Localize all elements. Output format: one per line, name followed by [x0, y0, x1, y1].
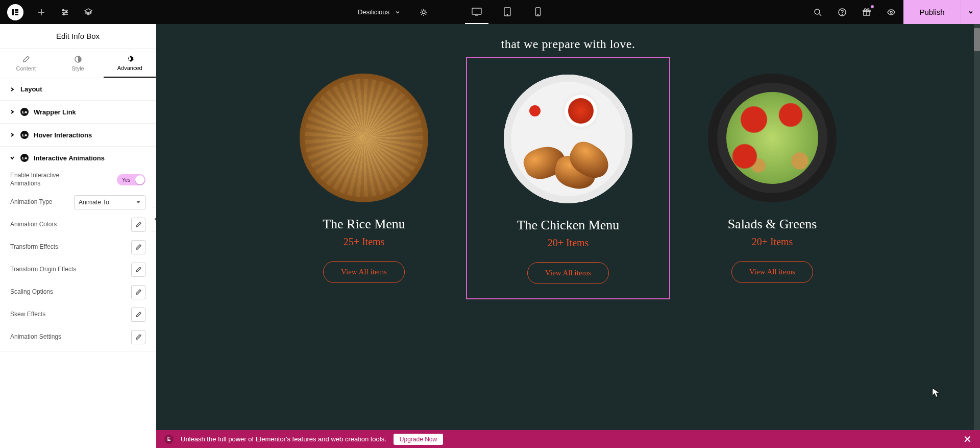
topbar-center: Desilicious — [100, 0, 805, 24]
caret-right-icon — [10, 87, 15, 91]
svg-point-15 — [842, 14, 843, 14]
section-layout-head[interactable]: Layout — [0, 78, 156, 100]
elementor-badge-icon: E — [164, 435, 174, 444]
section-wrapper: EA Wrapper Link — [0, 101, 156, 124]
svg-point-4 — [63, 9, 64, 11]
tab-content[interactable]: Content — [0, 49, 52, 78]
publish-button[interactable]: Publish — [903, 0, 961, 24]
svg-point-6 — [63, 13, 65, 15]
plate-rice-image — [300, 74, 428, 202]
canvas-scrollbar[interactable] — [974, 24, 980, 430]
animation-type-row: Animation Type Animate To — [10, 194, 145, 211]
sidebar-scroll[interactable]: Layout EA Wrapper Link EA Hover Interact… — [0, 78, 156, 448]
publish-options-button[interactable] — [961, 0, 980, 24]
section-animations-label: Interactive Animations — [34, 154, 105, 162]
upgrade-button[interactable]: Upgrade Now — [394, 434, 443, 445]
hero-subtitle: that we prepare with love. — [156, 24, 980, 53]
device-switcher — [465, 0, 550, 24]
section-hover-head[interactable]: EA Hover Interactions — [0, 124, 156, 146]
banner-text: Unleash the full power of Elementor's fe… — [181, 435, 386, 443]
card-title: The Chicken Menu — [477, 218, 659, 233]
tab-content-label: Content — [16, 65, 36, 72]
device-desktop[interactable] — [465, 0, 488, 24]
topbar: Desilicious Publish — [0, 0, 980, 24]
view-all-button[interactable]: View All items — [527, 262, 609, 284]
animation-type-value: Animate To — [79, 199, 109, 206]
card-rice[interactable]: The Rice Menu 25+ Items View All items — [262, 57, 466, 299]
transform-origin-label: Transform Origin Effects — [10, 266, 76, 274]
card-chicken[interactable]: The Chicken Menu 20+ Items View All item… — [466, 57, 670, 299]
svg-rect-3 — [15, 14, 18, 15]
close-icon[interactable]: ✕ — [963, 433, 972, 445]
transform-effects-edit[interactable] — [131, 240, 145, 254]
ea-badge-icon: EA — [20, 108, 29, 116]
svg-point-12 — [537, 14, 538, 15]
layers-icon[interactable] — [77, 0, 100, 24]
elementor-logo[interactable] — [7, 4, 23, 20]
svg-rect-8 — [472, 8, 481, 14]
transform-origin-edit[interactable] — [131, 263, 145, 277]
section-animations: EA Interactive Animations Enable Interac… — [0, 147, 156, 351]
sidebar-tabs: Content Style Advanced — [0, 49, 156, 78]
section-wrapper-head[interactable]: EA Wrapper Link — [0, 101, 156, 123]
card-items: 20+ Items — [477, 237, 659, 249]
settings-sliders-icon[interactable] — [53, 0, 77, 24]
animation-colors-label: Animation Colors — [10, 221, 57, 229]
card-salad[interactable]: Salads & Greens 20+ Items View All items — [670, 57, 874, 299]
transform-effects-label: Transform Effects — [10, 243, 58, 251]
plus-icon[interactable] — [30, 0, 53, 24]
search-icon[interactable] — [805, 0, 830, 24]
tab-advanced[interactable]: Advanced — [104, 49, 156, 78]
mouse-cursor — [932, 388, 940, 398]
transform-effects-row: Transform Effects — [10, 239, 145, 256]
section-hover: EA Hover Interactions — [0, 124, 156, 147]
tab-style[interactable]: Style — [52, 49, 104, 78]
svg-rect-2 — [15, 11, 18, 13]
topbar-right: Publish — [805, 0, 980, 24]
section-wrapper-label: Wrapper Link — [34, 108, 76, 116]
section-hover-label: Hover Interactions — [34, 131, 92, 139]
view-all-button[interactable]: View All items — [731, 261, 813, 283]
preview-icon[interactable] — [879, 0, 903, 24]
animation-settings-edit[interactable] — [131, 330, 145, 344]
svg-point-5 — [66, 11, 67, 13]
section-animations-head[interactable]: EA Interactive Animations — [0, 147, 156, 169]
canvas: that we prepare with love. The Rice Menu… — [156, 24, 980, 448]
animation-colors-row: Animation Colors — [10, 216, 145, 233]
sidebar: Edit Info Box Content Style Advanced Lay… — [0, 24, 156, 448]
animation-settings-label: Animation Settings — [10, 333, 61, 341]
section-layout: Layout — [0, 78, 156, 101]
view-all-button[interactable]: View All items — [323, 261, 405, 283]
tab-advanced-label: Advanced — [117, 65, 142, 71]
animation-colors-edit[interactable] — [131, 218, 145, 232]
site-picker[interactable]: Desilicious — [356, 8, 403, 16]
cards-container: The Rice Menu 25+ Items View All items T… — [156, 53, 980, 310]
device-mobile[interactable] — [526, 0, 550, 24]
page-settings-icon[interactable] — [412, 0, 435, 24]
help-icon[interactable] — [830, 0, 854, 24]
section-animations-body: Enable Interactive Animations Yes Animat… — [0, 169, 156, 351]
enable-animations-toggle[interactable]: Yes — [117, 174, 145, 185]
caret-right-icon — [10, 110, 15, 114]
svg-point-13 — [815, 9, 820, 14]
plate-salad-image — [708, 74, 837, 202]
scrollbar-thumb[interactable] — [974, 28, 980, 51]
svg-point-18 — [890, 11, 892, 13]
caret-down-icon — [10, 156, 15, 160]
topbar-left — [0, 0, 100, 24]
skew-effects-label: Skew Effects — [10, 311, 45, 319]
scaling-options-row: Scaling Options — [10, 284, 145, 301]
toggle-value: Yes — [122, 177, 130, 183]
svg-rect-0 — [12, 9, 14, 15]
device-tablet[interactable] — [496, 0, 519, 24]
enable-animations-row: Enable Interactive Animations Yes — [10, 171, 145, 188]
animation-type-label: Animation Type — [10, 198, 53, 206]
caret-right-icon — [10, 133, 15, 137]
gift-icon[interactable] — [854, 0, 879, 24]
ea-badge-icon: EA — [20, 131, 29, 139]
sidebar-title: Edit Info Box — [0, 24, 156, 49]
skew-effects-edit[interactable] — [131, 308, 145, 322]
animation-settings-row: Animation Settings — [10, 328, 145, 346]
scaling-options-edit[interactable] — [131, 285, 145, 299]
animation-type-select[interactable]: Animate To — [74, 195, 145, 209]
